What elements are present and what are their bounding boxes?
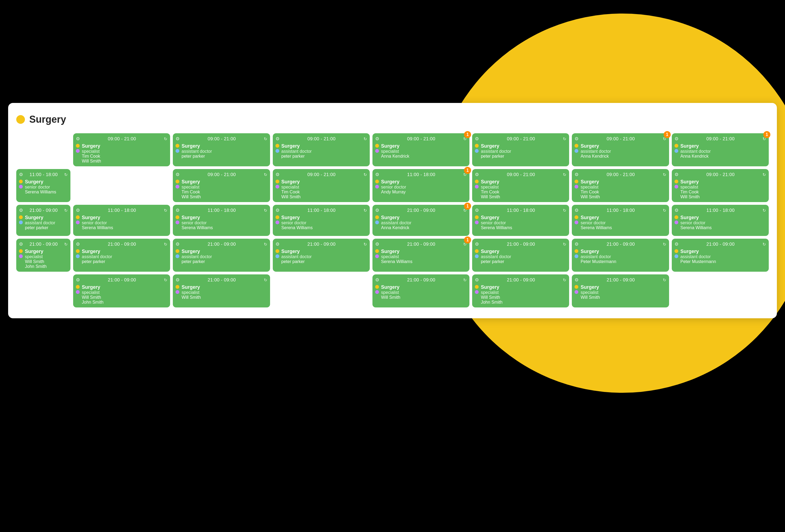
refresh-icon[interactable]: ↻ [663, 242, 666, 247]
shift-card[interactable]: ⚙21:00 - 09:00↻SurgeryspecialistWill Smi… [73, 274, 170, 307]
shift-card[interactable]: ⚙09:00 - 21:00↻SurgeryspecialistTim Cook… [572, 169, 669, 202]
shift-card[interactable]: ⚙21:00 - 09:00↻Surgeryassistant doctorpe… [173, 239, 270, 272]
gear-icon[interactable]: ⚙ [276, 242, 280, 247]
refresh-icon[interactable]: ↻ [264, 136, 268, 142]
refresh-icon[interactable]: ↻ [663, 208, 666, 213]
refresh-icon[interactable]: ↻ [363, 242, 367, 247]
gear-icon[interactable]: ⚙ [76, 242, 80, 247]
gear-icon[interactable]: ⚙ [76, 207, 80, 213]
refresh-icon[interactable]: ↻ [264, 172, 268, 177]
shift-card[interactable]: ⚙21:00 - 09:00↻Surgeryassistant doctorPe… [572, 239, 669, 272]
shift-card[interactable]: ⚙09:00 - 21:00↻SurgeryspecialistTim Cook… [672, 169, 769, 202]
gear-icon[interactable]: ⚙ [375, 277, 379, 283]
gear-icon[interactable]: ⚙ [475, 207, 479, 213]
gear-icon[interactable]: ⚙ [19, 242, 23, 247]
gear-icon[interactable]: ⚙ [375, 242, 379, 247]
gear-icon[interactable]: ⚙ [575, 277, 579, 283]
refresh-icon[interactable]: ↻ [563, 208, 566, 213]
refresh-icon[interactable]: ↻ [563, 136, 566, 142]
refresh-icon[interactable]: ↻ [663, 172, 666, 177]
shift-card[interactable]: ⚙11:00 - 18:00↻Surgerysenior doctorSeren… [16, 169, 71, 202]
shift-card[interactable]: 1⚙09:00 - 21:00↻SurgeryspecialistAnna Ke… [373, 133, 470, 166]
refresh-icon[interactable]: ↻ [164, 208, 168, 213]
refresh-icon[interactable]: ↻ [463, 278, 467, 282]
shift-card[interactable]: ⚙21:00 - 09:00↻Surgeryassistant doctorpe… [73, 239, 170, 272]
dots-col [575, 249, 578, 258]
refresh-icon[interactable]: ↻ [363, 172, 367, 177]
refresh-icon[interactable]: ↻ [64, 242, 68, 247]
shift-card[interactable]: ⚙21:00 - 09:00↻SurgeryspecialistWill Smi… [472, 274, 569, 307]
shift-card[interactable]: ⚙21:00 - 09:00↻SurgeryspecialistWill Smi… [373, 274, 470, 307]
refresh-icon[interactable]: ↻ [264, 208, 268, 213]
refresh-icon[interactable]: ↻ [563, 242, 566, 247]
shift-card[interactable]: ⚙11:00 - 18:00↻Surgerysenior doctorSeren… [173, 205, 270, 236]
gear-icon[interactable]: ⚙ [276, 207, 280, 213]
refresh-icon[interactable]: ↻ [762, 208, 766, 213]
shift-card[interactable]: ⚙21:00 - 09:00↻SurgeryspecialistWill Smi… [173, 274, 270, 307]
shift-card[interactable]: ⚙09:00 - 21:00↻SurgeryspecialistTim Cook… [173, 169, 270, 202]
shift-card[interactable]: ⚙21:00 - 09:00↻Surgeryassistant doctorPe… [672, 239, 769, 272]
refresh-icon[interactable]: ↻ [663, 278, 666, 282]
gear-icon[interactable]: ⚙ [475, 172, 479, 177]
gear-icon[interactable]: ⚙ [176, 207, 180, 213]
gear-icon[interactable]: ⚙ [675, 172, 679, 177]
gear-icon[interactable]: ⚙ [76, 136, 80, 142]
refresh-icon[interactable]: ↻ [762, 172, 766, 177]
refresh-icon[interactable]: ↻ [164, 242, 168, 247]
gear-icon[interactable]: ⚙ [76, 277, 80, 283]
shift-card[interactable]: 1⚙11:00 - 18:00↻Surgerysenior doctorAndy… [373, 169, 470, 202]
gear-icon[interactable]: ⚙ [375, 172, 379, 177]
gear-icon[interactable]: ⚙ [19, 207, 23, 213]
gear-icon[interactable]: ⚙ [176, 242, 180, 247]
shift-card[interactable]: ⚙11:00 - 18:00↻Surgerysenior doctorSeren… [73, 205, 170, 236]
gear-icon[interactable]: ⚙ [575, 207, 579, 213]
refresh-icon[interactable]: ↻ [64, 208, 68, 213]
gear-icon[interactable]: ⚙ [276, 136, 280, 142]
refresh-icon[interactable]: ↻ [264, 278, 268, 282]
shift-card[interactable]: ⚙21:00 - 09:00↻Surgeryassistant doctorpe… [16, 205, 71, 236]
shift-card[interactable]: ⚙21:00 - 09:00↻SurgeryspecialistWill Smi… [572, 274, 669, 307]
gear-icon[interactable]: ⚙ [375, 136, 379, 142]
shift-card[interactable]: ⚙11:00 - 18:00↻Surgerysenior doctorSeren… [672, 205, 769, 236]
gear-icon[interactable]: ⚙ [375, 207, 379, 213]
shift-card[interactable]: ⚙11:00 - 18:00↻Surgerysenior doctorSeren… [572, 205, 669, 236]
gear-icon[interactable]: ⚙ [575, 242, 579, 247]
gear-icon[interactable]: ⚙ [675, 207, 679, 213]
gear-icon[interactable]: ⚙ [675, 136, 679, 142]
gear-icon[interactable]: ⚙ [176, 136, 180, 142]
gear-icon[interactable]: ⚙ [475, 242, 479, 247]
gear-icon[interactable]: ⚙ [475, 136, 479, 142]
shift-card[interactable]: 1⚙09:00 - 21:00↻Surgeryassistant doctorA… [572, 133, 669, 166]
refresh-icon[interactable]: ↻ [164, 136, 168, 142]
shift-card[interactable]: ⚙21:00 - 09:00↻Surgeryassistant doctorpe… [472, 239, 569, 272]
refresh-icon[interactable]: ↻ [363, 208, 367, 213]
refresh-icon[interactable]: ↻ [363, 136, 367, 142]
shift-card[interactable]: ⚙09:00 - 21:00↻SurgeryspecialistTim Cook… [73, 133, 170, 166]
shift-card[interactable]: ⚙09:00 - 21:00↻Surgeryassistant doctorpe… [472, 133, 569, 166]
shift-card[interactable]: 1⚙21:00 - 09:00↻Surgeryassistant doctorA… [373, 205, 470, 236]
shift-card[interactable]: ⚙11:00 - 18:00↻Surgerysenior doctorSeren… [273, 205, 370, 236]
shift-card[interactable]: ⚙09:00 - 21:00↻SurgeryspecialistTim Cook… [472, 169, 569, 202]
shift-card[interactable]: ⚙09:00 - 21:00↻Surgeryassistant doctorpe… [173, 133, 270, 166]
shift-card[interactable]: ⚙21:00 - 09:00↻SurgeryspecialistWill Smi… [16, 239, 71, 272]
refresh-icon[interactable]: ↻ [762, 242, 766, 247]
shift-card[interactable]: 1⚙09:00 - 21:00↻Surgeryassistant doctorA… [672, 133, 769, 166]
shift-card[interactable]: 1⚙21:00 - 09:00↻SurgeryspecialistSerena … [373, 239, 470, 272]
shift-card[interactable]: ⚙21:00 - 09:00↻Surgeryassistant doctorpe… [273, 239, 370, 272]
gear-icon[interactable]: ⚙ [176, 172, 180, 177]
refresh-icon[interactable]: ↻ [64, 172, 68, 177]
shift-card[interactable]: ⚙09:00 - 21:00↻Surgeryassistant doctorpe… [273, 133, 370, 166]
shift-card[interactable]: ⚙11:00 - 18:00↻Surgerysenior doctorSeren… [472, 205, 569, 236]
gear-icon[interactable]: ⚙ [575, 136, 579, 142]
gear-icon[interactable]: ⚙ [475, 277, 479, 283]
gear-icon[interactable]: ⚙ [276, 172, 280, 177]
gear-icon[interactable]: ⚙ [19, 172, 23, 177]
gear-icon[interactable]: ⚙ [675, 242, 679, 247]
refresh-icon[interactable]: ↻ [563, 172, 566, 177]
gear-icon[interactable]: ⚙ [176, 277, 180, 283]
shift-card[interactable]: ⚙09:00 - 21:00↻SurgeryspecialistTim Cook… [273, 169, 370, 202]
refresh-icon[interactable]: ↻ [563, 278, 566, 282]
gear-icon[interactable]: ⚙ [575, 172, 579, 177]
refresh-icon[interactable]: ↻ [264, 242, 268, 247]
refresh-icon[interactable]: ↻ [164, 278, 168, 282]
